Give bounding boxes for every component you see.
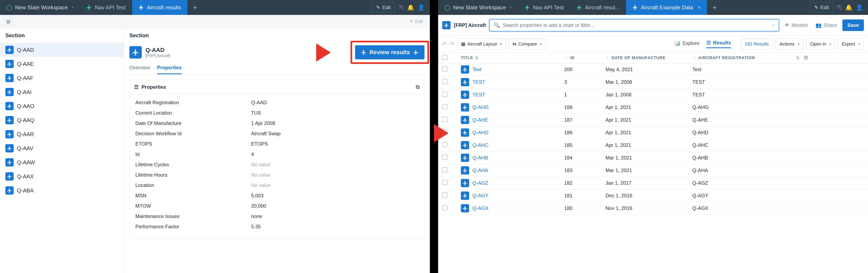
table-row[interactable]: TEST3Mar 1, 2008TEST <box>438 76 868 89</box>
property-key: Id <box>135 151 251 157</box>
tab-aircraft-results[interactable]: Aircraft resul... <box>570 0 626 15</box>
list-item[interactable]: Q-AAW <box>0 155 124 170</box>
row-title-link[interactable]: TEST <box>472 79 485 85</box>
property-row: Decision Workflow IdAircraft Swap <box>135 128 418 139</box>
tab-nav-api[interactable]: Nav API Test <box>518 0 570 15</box>
list-item[interactable]: Q-AAE <box>0 57 124 71</box>
table-row[interactable]: Q-AGZ182Jan 1, 2017Q-AGZ <box>438 177 868 189</box>
tab-overview[interactable]: Overview <box>129 62 150 74</box>
undo-icon[interactable]: ↶ <box>442 41 447 48</box>
row-reg: Q-AHE <box>692 117 800 123</box>
tab-workspace[interactable]: ◯New Slate Workspace▾ <box>0 0 80 15</box>
row-title-link[interactable]: Q-AGZ <box>472 180 488 186</box>
table-row[interactable]: Q-AGY181Dec 1, 2016Q-AGY <box>438 189 868 202</box>
detail-subtitle: [FRP] Aircraft <box>146 53 170 58</box>
ghost-edit[interactable]: ✎Edit <box>407 18 426 25</box>
table-row[interactable]: Q-AHC185Apr 1, 2021Q-AHC <box>438 139 868 152</box>
list-item[interactable]: Q-AAI <box>0 85 124 99</box>
property-value: No value <box>251 182 271 188</box>
table-row[interactable]: TEST1Jan 1, 2008TEST <box>438 89 868 101</box>
row-title-link[interactable]: Q-AHE <box>472 117 488 123</box>
list-item[interactable]: Q-ABA <box>0 183 124 198</box>
table-row[interactable]: Q-AHD186Apr 1, 2021Q-AHD <box>438 126 868 139</box>
popout-icon[interactable]: ⧉ <box>416 84 420 90</box>
tab-aircraft-results[interactable]: Aircraft results <box>132 0 188 15</box>
row-title-link[interactable]: Q-AGX <box>472 205 488 211</box>
row-checkbox[interactable] <box>442 104 447 109</box>
row-checkbox[interactable] <box>442 180 447 185</box>
list-item[interactable]: Q-AAQ <box>0 113 124 127</box>
property-value: none <box>251 213 262 219</box>
layout-select[interactable]: ▦Aircraft Layout▾ <box>457 39 506 50</box>
select-all-checkbox[interactable] <box>442 55 447 60</box>
close-icon[interactable]: × <box>698 4 701 11</box>
row-title-link[interactable]: Q-AHA <box>472 168 488 173</box>
row-checkbox[interactable] <box>442 205 447 210</box>
share-button[interactable]: 👥Share <box>813 21 839 29</box>
col-reg[interactable]: ⋮AIRCRAFT REGISTRATION⇅ <box>692 55 800 60</box>
actions-button[interactable]: Actions▾ <box>776 39 803 50</box>
bell-icon[interactable]: 🔔 <box>845 4 852 11</box>
tab-properties[interactable]: Properties <box>157 62 182 74</box>
row-checkbox[interactable] <box>442 66 447 71</box>
row-title-link[interactable]: TEST <box>472 92 485 98</box>
panel-toggle-icon[interactable]: ▤ <box>4 18 12 26</box>
gear-icon[interactable]: ⚙ <box>800 55 812 61</box>
search-box[interactable]: 🔍 ⓘ <box>489 19 779 31</box>
table-row[interactable]: Q-AHB184Mar 1, 2021Q-AHB <box>438 152 868 164</box>
results-tab[interactable]: ☰Results <box>706 40 731 48</box>
export-button[interactable]: Export▾ <box>838 39 864 50</box>
col-title[interactable]: TITLE⇅ <box>461 55 564 60</box>
tab-nav-api[interactable]: Nav API Test <box>80 0 132 15</box>
review-results-button[interactable]: Review results <box>355 45 425 59</box>
row-title-link[interactable]: Q-AHC <box>472 142 488 148</box>
row-checkbox[interactable] <box>442 79 447 84</box>
edit-button[interactable]: ✎Edit <box>372 3 395 12</box>
edit-button[interactable]: ✎Edit <box>810 3 833 12</box>
row-checkbox[interactable] <box>442 167 447 172</box>
tab-aircraft-example[interactable]: Aircraft Example Data× <box>626 0 707 15</box>
row-title-link[interactable]: Q-AGY <box>472 193 488 199</box>
col-id[interactable]: ⋮ID <box>564 55 606 60</box>
row-title-link[interactable]: Q-AHB <box>472 155 488 161</box>
compare-button[interactable]: ⇆Compare▾ <box>508 39 546 50</box>
row-title-link[interactable]: Q-AHD <box>472 130 488 135</box>
table-row[interactable]: Q-AHG188Apr 1, 2021Q-AHG <box>438 101 868 114</box>
save-button[interactable]: Save <box>842 20 864 31</box>
row-reg: TEST <box>692 92 800 98</box>
explore-tab[interactable]: 📊Explore <box>674 40 700 48</box>
list-item[interactable]: Q-AAO <box>0 99 124 113</box>
table-row[interactable]: Q-AGX180Nov 1, 2016Q-AGX <box>438 202 868 215</box>
table-row[interactable]: Q-AHE187Apr 1, 2021Q-AHE <box>438 114 868 126</box>
table-row[interactable]: Test200May 4, 2021Test <box>438 63 868 76</box>
list-item[interactable]: Q-AAR <box>0 127 124 141</box>
tab-workspace[interactable]: ◯New Slate Workspace▾ <box>438 0 518 15</box>
list-item[interactable]: Q-AAX <box>0 170 124 183</box>
help-icon[interactable]: ?⃝ <box>837 4 842 11</box>
user-icon[interactable]: 👤 <box>418 4 425 11</box>
user-icon[interactable]: 👤 <box>856 4 863 11</box>
row-checkbox[interactable] <box>442 117 447 122</box>
row-checkbox[interactable] <box>442 92 447 97</box>
open-in-button[interactable]: Open in▾ <box>806 39 835 50</box>
property-key: Date Of Manufacture <box>135 120 251 126</box>
row-title-link[interactable]: Q-AHG <box>472 104 489 110</box>
list-item[interactable]: Q-AAF <box>0 71 124 85</box>
results-count[interactable]: 192 Results <box>741 39 773 50</box>
bell-icon[interactable]: 🔔 <box>407 4 414 11</box>
tab-add[interactable]: ＋ <box>707 0 722 15</box>
row-title-link[interactable]: Test <box>472 67 482 72</box>
redo-icon[interactable]: ↷ <box>450 41 454 48</box>
row-checkbox[interactable] <box>442 155 447 160</box>
monitor-button[interactable]: 👁Monitor <box>782 21 810 29</box>
list-item[interactable]: Q-AAD <box>0 43 124 57</box>
search-help-icon[interactable]: ⓘ <box>772 23 775 27</box>
search-input[interactable] <box>503 22 769 28</box>
row-checkbox[interactable] <box>442 142 447 147</box>
row-checkbox[interactable] <box>442 192 447 198</box>
help-icon[interactable]: ?⃝ <box>399 4 404 11</box>
tab-add[interactable]: ＋ <box>188 0 203 15</box>
col-dom[interactable]: ⋮DATE OF MANUFACTURE <box>606 55 692 60</box>
table-row[interactable]: Q-AHA183Mar 1, 2021Q-AHA <box>438 164 868 177</box>
list-item[interactable]: Q-AAV <box>0 141 124 155</box>
